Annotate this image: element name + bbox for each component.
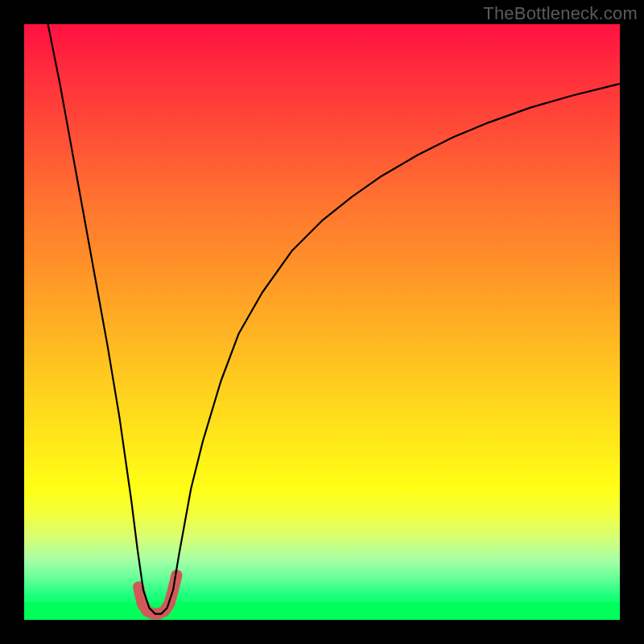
chart-svg [24, 24, 620, 620]
bottleneck-curve-path [48, 24, 620, 614]
watermark-text: TheBottleneck.com [483, 3, 638, 24]
chart-area [24, 24, 620, 620]
